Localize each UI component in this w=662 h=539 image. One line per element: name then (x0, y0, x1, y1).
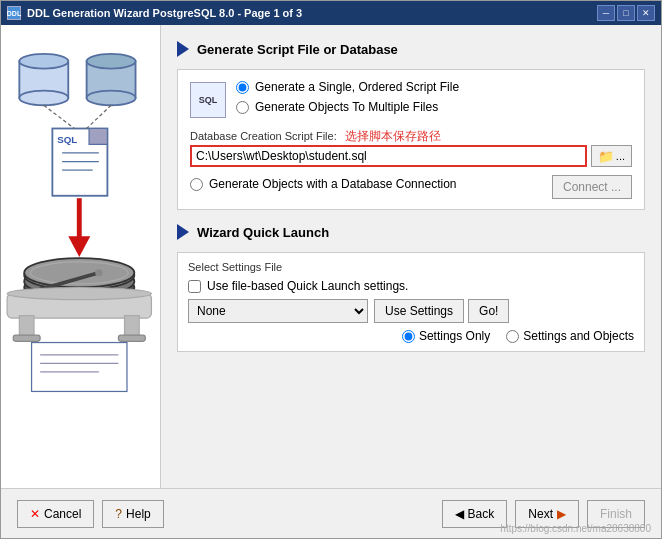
window-controls: ─ □ ✕ (597, 5, 655, 21)
radio-settings-only-item: Settings Only (402, 329, 490, 343)
svg-line-13 (87, 105, 111, 128)
help-label: Help (126, 507, 151, 521)
svg-rect-29 (32, 342, 127, 391)
launch-mode-radios: Settings Only Settings and Objects (188, 329, 634, 343)
back-arrow-icon: ◀ (455, 507, 464, 521)
radio-connect-row: Generate Objects with a Database Connect… (190, 177, 456, 191)
quick-launch-arrow-icon (177, 224, 189, 240)
settings-dropdown-row: None Use Settings Go! (188, 299, 634, 323)
radio-settings-objects-item: Settings and Objects (506, 329, 634, 343)
folder-icon: 📁 (598, 149, 614, 164)
svg-text:SQL: SQL (57, 134, 77, 145)
radio-settings-objects-label: Settings and Objects (523, 329, 634, 343)
help-icon: ? (115, 507, 122, 521)
svg-point-19 (24, 258, 134, 287)
generate-section-title: Generate Script File or Database (197, 42, 398, 57)
footer: ✕ Cancel ? Help ◀ Back Next ▶ Finish htt… (1, 488, 661, 538)
close-button[interactable]: ✕ (637, 5, 655, 21)
quick-launch-checkbox-label: Use file-based Quick Launch settings. (207, 279, 408, 293)
connect-button[interactable]: Connect ... (552, 175, 632, 199)
cancel-button[interactable]: ✕ Cancel (17, 500, 94, 528)
svg-rect-27 (13, 335, 40, 341)
cancel-label: Cancel (44, 507, 81, 521)
radio-settings-objects[interactable] (506, 330, 519, 343)
svg-point-2 (19, 90, 68, 105)
go-button[interactable]: Go! (468, 299, 509, 323)
svg-line-12 (44, 105, 75, 128)
window-title: DDL Generation Wizard PostgreSQL 8.0 - P… (27, 7, 302, 19)
illustration-panel: SQL (1, 25, 161, 488)
title-bar: DDL DDL Generation Wizard PostgreSQL 8.0… (1, 1, 661, 25)
sql-icon: SQL (190, 82, 226, 118)
settings-file-group-label: Select Settings File (188, 261, 634, 273)
radio-multiple-files-row: Generate Objects To Multiple Files (236, 100, 632, 114)
back-label: Back (468, 507, 495, 521)
svg-point-1 (19, 53, 68, 68)
app-icon: DDL (7, 6, 21, 20)
svg-rect-26 (125, 315, 140, 337)
svg-marker-15 (68, 236, 90, 257)
file-input-row: 📁 ... (190, 145, 632, 167)
annotation-text: 选择脚本保存路径 (345, 128, 441, 145)
next-label: Next (528, 507, 553, 521)
radio-connect[interactable] (190, 178, 203, 191)
radio-connect-label: Generate Objects with a Database Connect… (209, 177, 456, 191)
script-file-label: Database Creation Script File: (190, 130, 337, 142)
radio-settings-only-label: Settings Only (419, 329, 490, 343)
radio-single-file-row: Generate a Single, Ordered Script File (236, 80, 632, 94)
radio-single-file[interactable] (236, 81, 249, 94)
browse-button[interactable]: 📁 ... (591, 145, 632, 167)
minimize-button[interactable]: ─ (597, 5, 615, 21)
browse-label: ... (616, 150, 625, 162)
settings-dropdown[interactable]: None (188, 299, 368, 323)
radio-settings-only[interactable] (402, 330, 415, 343)
radio-single-file-label: Generate a Single, Ordered Script File (255, 80, 459, 94)
radio-multiple-files-label: Generate Objects To Multiple Files (255, 100, 438, 114)
maximize-button[interactable]: □ (617, 5, 635, 21)
section-arrow-icon (177, 41, 189, 57)
watermark: https://blog.csdn.net/ma28638800 (500, 523, 651, 534)
svg-marker-7 (89, 128, 107, 144)
footer-left-buttons: ✕ Cancel ? Help (17, 500, 164, 528)
help-button[interactable]: ? Help (102, 500, 163, 528)
quick-launch-section-header: Wizard Quick Launch (177, 224, 645, 240)
generate-section-body: SQL Generate a Single, Ordered Script Fi… (177, 69, 645, 210)
illustration-svg: SQL (1, 49, 160, 465)
main-window: DDL DDL Generation Wizard PostgreSQL 8.0… (0, 0, 662, 539)
svg-point-24 (7, 287, 151, 299)
svg-rect-25 (19, 315, 34, 337)
svg-point-5 (87, 90, 136, 105)
cancel-icon: ✕ (30, 507, 40, 521)
right-panel: Generate Script File or Database SQL Gen… (161, 25, 661, 488)
checkbox-quick-launch-row: Use file-based Quick Launch settings. (188, 279, 634, 293)
svg-point-4 (87, 53, 136, 68)
script-file-input[interactable] (190, 145, 587, 167)
generate-section-header: Generate Script File or Database (177, 41, 645, 57)
next-arrow-icon: ▶ (557, 507, 566, 521)
use-settings-button[interactable]: Use Settings (374, 299, 464, 323)
back-button[interactable]: ◀ Back (442, 500, 508, 528)
window-body: SQL (1, 25, 661, 488)
svg-point-22 (95, 269, 102, 276)
radio-group-generate: Generate a Single, Ordered Script File G… (236, 80, 632, 120)
connect-row: Generate Objects with a Database Connect… (190, 175, 632, 199)
svg-rect-28 (118, 335, 145, 341)
settings-action-buttons: Use Settings Go! (374, 299, 509, 323)
settings-file-group: Select Settings File Use file-based Quic… (177, 252, 645, 352)
quick-launch-title: Wizard Quick Launch (197, 225, 329, 240)
finish-label: Finish (600, 507, 632, 521)
radio-multiple-files[interactable] (236, 101, 249, 114)
script-file-group: Database Creation Script File: 选择脚本保存路径 … (190, 128, 632, 167)
quick-launch-checkbox[interactable] (188, 280, 201, 293)
